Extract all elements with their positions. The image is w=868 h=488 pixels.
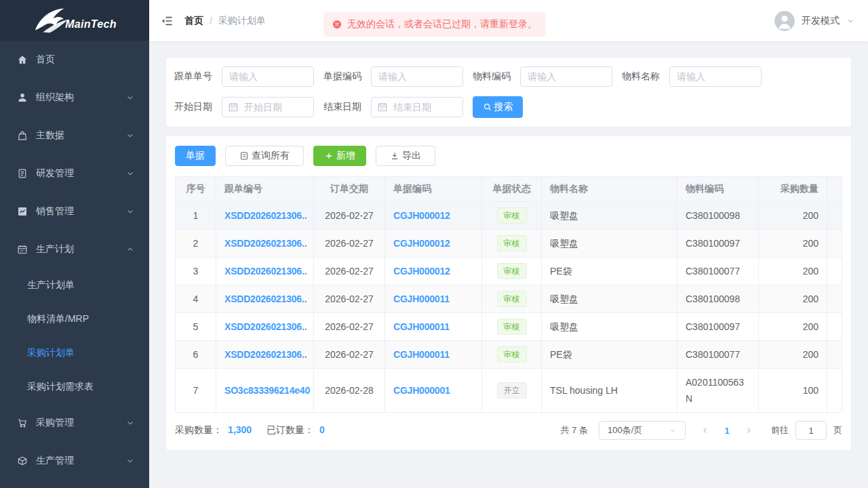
- table-row[interactable]: 3XSDD2026021306..2026-02-27CGJH000012审核P…: [176, 258, 842, 285]
- sidebar-item-purchase-mgmt[interactable]: 采购管理: [0, 404, 149, 442]
- toolbar: 单据 查询所有 新增 导出: [175, 146, 842, 166]
- table-row[interactable]: 7SO3c833396214e402026-02-28CGJH000001开立T…: [176, 369, 842, 413]
- doc-no-link[interactable]: CGJH000011: [393, 293, 450, 304]
- material-name-input[interactable]: [669, 66, 762, 87]
- prev-page-button[interactable]: [695, 426, 715, 434]
- delivery-date: 2026-02-27: [314, 341, 385, 369]
- doc-no-link[interactable]: CGJH000001: [393, 385, 450, 396]
- sidebar-subitem-label: 生产计划单: [27, 279, 75, 291]
- order-no-link[interactable]: XSDD2026021306..: [224, 349, 307, 360]
- bag-icon: [17, 130, 28, 141]
- sidebar-item-production-plan[interactable]: 生产计划: [0, 230, 149, 268]
- order-no-link[interactable]: SO3c833396214e40: [224, 385, 310, 396]
- alert-text: 无效的会话，或者会话已过期，请重新登录。: [347, 18, 537, 30]
- table-row[interactable]: 1XSDD2026021306..2026-02-27CGJH000012审核吸…: [176, 202, 842, 230]
- sidebar-subitem-purchase-plan-demand[interactable]: 采购计划需求表: [0, 370, 149, 404]
- col-order-no: 跟单编号: [216, 177, 314, 202]
- doc-no-link[interactable]: CGJH000012: [393, 238, 450, 249]
- doc-button[interactable]: 单据: [175, 146, 216, 166]
- purchase-qty: 200: [759, 313, 827, 341]
- sidebar-subitem-production-plan-order[interactable]: 生产计划单: [0, 268, 149, 302]
- total-count: 共 7 条: [561, 424, 588, 436]
- end-date-input[interactable]: [371, 97, 463, 117]
- user-menu[interactable]: 开发模式: [774, 11, 854, 31]
- sidebar-item-production-mgmt[interactable]: 生产管理: [0, 442, 149, 480]
- add-button[interactable]: 新增: [313, 146, 366, 166]
- order-no-link[interactable]: XSDD2026021306..: [224, 293, 307, 304]
- calendar-icon: [17, 244, 28, 255]
- field-material-name: 物料名称: [622, 66, 762, 87]
- breadcrumb-home[interactable]: 首页: [184, 15, 203, 27]
- user-mode-label: 开发模式: [802, 15, 840, 27]
- sidebar-item-sales-mgmt[interactable]: 销售管理: [0, 192, 149, 230]
- material-code: C380100097: [677, 230, 759, 258]
- field-end-date: 结束日期: [323, 97, 463, 117]
- breadcrumb-current: 采购计划单: [218, 15, 266, 27]
- brand-name: MainTech: [65, 18, 117, 30]
- delivery-date: 2026-02-27: [314, 230, 385, 258]
- order-no-link[interactable]: XSDD2026021306..: [224, 266, 307, 277]
- sidebar-item-rd-mgmt[interactable]: 研发管理: [0, 155, 149, 192]
- goto-page-input[interactable]: [795, 421, 827, 440]
- order-no-link[interactable]: XSDD2026021306..: [224, 321, 307, 332]
- chevron-down-icon: [126, 419, 134, 427]
- field-label: 单据编码: [323, 70, 361, 83]
- doc-no-link[interactable]: CGJH000012: [393, 210, 450, 221]
- search-button[interactable]: 搜索: [473, 96, 523, 118]
- chevron-down-icon: [669, 426, 677, 434]
- page-size-select[interactable]: 100条/页: [599, 421, 686, 440]
- export-button[interactable]: 导出: [376, 146, 435, 166]
- table-row[interactable]: 2XSDD2026021306..2026-02-27CGJH000012审核吸…: [176, 230, 842, 258]
- sidebar-item-home[interactable]: 首页: [0, 41, 149, 79]
- material-code: C380100098: [677, 202, 759, 230]
- query-all-button[interactable]: 查询所有: [225, 146, 304, 166]
- status-badge: 审核: [497, 263, 527, 279]
- doc-no-link[interactable]: CGJH000012: [393, 266, 450, 277]
- table-row[interactable]: 5XSDD2026021306..2026-02-27CGJH000011审核吸…: [176, 313, 842, 341]
- sidebar-subitem-purchase-plan-order[interactable]: 采购计划单: [0, 336, 149, 370]
- order-no-link[interactable]: XSDD2026021306..: [224, 238, 307, 249]
- order-no-link[interactable]: XSDD2026021306..: [224, 210, 307, 221]
- material-code: C380100077: [677, 258, 759, 285]
- row-index: 4: [176, 285, 216, 313]
- document-icon: [239, 151, 249, 161]
- empty-cell: [827, 285, 842, 313]
- delivery-date: 2026-02-27: [314, 313, 385, 341]
- hamburger-icon[interactable]: [160, 14, 174, 28]
- table-row[interactable]: 6XSDD2026021306..2026-02-27CGJH000011审核P…: [176, 341, 842, 369]
- purchase-qty: 100: [759, 369, 827, 413]
- summary: 采购数量：1,300 已订数量：0: [175, 424, 325, 436]
- order-no-input[interactable]: [222, 66, 314, 87]
- empty-cell: [827, 230, 842, 258]
- sidebar-subitem-label: 物料清单/MRP: [27, 313, 89, 325]
- start-date-input[interactable]: [222, 97, 314, 117]
- purchase-qty: 200: [759, 230, 827, 258]
- doc-no-link[interactable]: CGJH000011: [393, 349, 450, 360]
- chevron-down-icon: [126, 169, 134, 178]
- sidebar-item-label: 研发管理: [36, 167, 74, 180]
- field-doc-code: 单据编码: [323, 66, 463, 87]
- doc-code-input[interactable]: [371, 66, 463, 87]
- purchase-plan-table: 序号 跟单编号 订单交期 单据编码 单据状态 物料名称 物料编码 采购数量 1X…: [175, 176, 842, 413]
- current-page[interactable]: 1: [717, 426, 737, 436]
- col-material-code: 物料编码: [677, 177, 759, 202]
- sidebar-item-org[interactable]: 组织架构: [0, 79, 149, 117]
- table-panel: 单据 查询所有 新增 导出: [165, 136, 852, 451]
- chevron-down-icon: [126, 94, 134, 102]
- purchase-qty-label: 采购数量：: [175, 424, 222, 435]
- doc-no-link[interactable]: CGJH000011: [393, 321, 450, 332]
- sidebar-item-label: 销售管理: [36, 205, 74, 218]
- material-code-input[interactable]: [520, 66, 612, 87]
- next-page-button[interactable]: [738, 426, 759, 434]
- field-label: 物料名称: [622, 70, 660, 83]
- breadcrumb-separator: /: [210, 16, 212, 26]
- table-row[interactable]: 4XSDD2026021306..2026-02-27CGJH000011审核吸…: [176, 285, 842, 313]
- sidebar-item-master-data[interactable]: 主数据: [0, 117, 149, 155]
- col-doc-no: 单据编码: [385, 177, 482, 202]
- material-code: A0201100563N: [677, 369, 759, 413]
- purchase-qty: 200: [759, 202, 827, 230]
- session-alert: 无效的会话，或者会话已过期，请重新登录。: [323, 12, 546, 37]
- col-delivery-date: 订单交期: [314, 177, 385, 202]
- user-icon: [17, 92, 28, 103]
- sidebar-subitem-bom-mrp[interactable]: 物料清单/MRP: [0, 302, 149, 336]
